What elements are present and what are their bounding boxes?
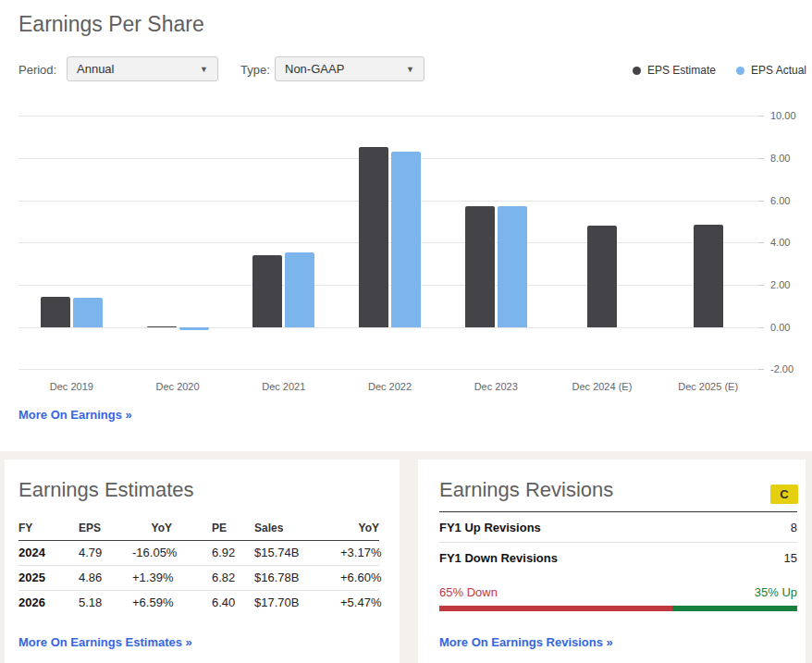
chevron-down-icon: ▼ bbox=[200, 65, 208, 74]
eps-cell: 5.18 bbox=[79, 590, 132, 615]
y-axis-tick bbox=[758, 327, 764, 328]
bar-eps-estimate-dec-2024-e- bbox=[587, 226, 617, 326]
col-header-pe: PE bbox=[172, 517, 254, 540]
up-segment bbox=[672, 606, 797, 611]
col-header-eps: EPS bbox=[79, 517, 132, 540]
legend-label: EPS Actual bbox=[751, 64, 806, 77]
more-on-earnings-estimates-link[interactable]: More On Earnings Estimates » bbox=[18, 635, 192, 649]
y-axis-tick bbox=[758, 369, 764, 370]
down-pct-label: 65% Down bbox=[439, 585, 498, 599]
down-segment bbox=[439, 606, 672, 611]
sales-cell: $16.78B bbox=[254, 565, 340, 590]
earnings-dashboard: Earnings Per Share Period: Annual ▼ Type… bbox=[0, 0, 812, 663]
bar-eps-estimate-dec-2022 bbox=[359, 147, 388, 326]
legend-label: EPS Estimate bbox=[647, 64, 716, 77]
legend-item-actual[interactable]: EPS Actual bbox=[736, 64, 806, 77]
earnings-estimates-card: Earnings Estimates FY EPS YoY PE Sales Y… bbox=[5, 460, 400, 663]
x-axis-label: Dec 2025 (E) bbox=[662, 381, 755, 392]
up-revisions-value: 8 bbox=[791, 521, 797, 534]
eps-cell: 4.79 bbox=[79, 540, 132, 565]
bar-eps-actual-dec-2023 bbox=[498, 206, 527, 326]
estimate-dot-icon bbox=[633, 67, 641, 75]
sales-yoy-cell: +3.17% bbox=[340, 540, 379, 565]
chart-legend: EPS Estimate EPS Actual bbox=[633, 64, 806, 77]
y-axis-label: 8.00 bbox=[770, 153, 811, 164]
revisions-pct-labels: 65% Down 35% Up bbox=[439, 585, 797, 599]
y-axis-tick bbox=[758, 242, 764, 243]
gridline bbox=[18, 242, 758, 243]
bar-eps-estimate-dec-2020 bbox=[147, 326, 177, 327]
sales-yoy-cell: +5.47% bbox=[340, 590, 379, 615]
more-on-earnings-revisions-link[interactable]: More On Earnings Revisions » bbox=[439, 635, 613, 649]
col-header-sales: Sales bbox=[254, 517, 340, 540]
y-axis-label: 0.00 bbox=[770, 322, 811, 333]
table-row: 2026 5.18 +6.59% 6.40 $17.70B +5.47% bbox=[18, 590, 379, 615]
period-select[interactable]: Annual ▼ bbox=[67, 56, 218, 81]
y-axis-tick bbox=[758, 158, 764, 159]
type-select[interactable]: Non-GAAP ▼ bbox=[275, 56, 424, 81]
period-select-value: Annual bbox=[77, 62, 114, 76]
gridline bbox=[18, 369, 758, 370]
y-axis-tick bbox=[758, 201, 764, 202]
y-axis-tick bbox=[758, 116, 764, 117]
table-row: 2025 4.86 +1.39% 6.82 $16.78B +6.60% bbox=[18, 565, 379, 590]
x-axis-label: Dec 2021 bbox=[238, 381, 330, 392]
down-revisions-label: FY1 Down Revisions bbox=[439, 551, 558, 565]
y-axis-label: -2.00 bbox=[770, 363, 811, 374]
bar-eps-actual-dec-2019 bbox=[73, 298, 103, 327]
x-axis-label: Dec 2020 bbox=[131, 381, 224, 392]
period-label: Period: bbox=[18, 63, 56, 77]
up-pct-label: 35% Up bbox=[755, 585, 797, 599]
y-axis-label: 4.00 bbox=[770, 237, 811, 248]
earnings-revisions-card: Earnings Revisions C FY1 Up Revisions 8 … bbox=[418, 460, 806, 663]
bar-eps-estimate-dec-2019 bbox=[41, 297, 70, 327]
col-header-sales-yoy: YoY bbox=[340, 517, 379, 540]
actual-dot-icon bbox=[736, 67, 744, 75]
gridline bbox=[18, 201, 758, 202]
sales-cell: $17.70B bbox=[254, 590, 340, 615]
pe-cell: 6.82 bbox=[172, 565, 254, 590]
sales-cell: $15.74B bbox=[254, 540, 340, 565]
bar-eps-estimate-dec-2025-e- bbox=[694, 225, 723, 327]
y-axis-tick bbox=[758, 285, 764, 286]
yoy-cell: +1.39% bbox=[132, 565, 172, 590]
revisions-ratio-bar bbox=[439, 606, 797, 611]
fy-cell: 2025 bbox=[18, 565, 79, 590]
y-axis-label: 2.00 bbox=[770, 279, 811, 290]
earnings-estimates-table: FY EPS YoY PE Sales YoY 2024 4.79 -16.05… bbox=[18, 517, 379, 615]
legend-item-estimate[interactable]: EPS Estimate bbox=[633, 64, 716, 77]
fy-cell: 2024 bbox=[18, 540, 79, 565]
up-revisions-label: FY1 Up Revisions bbox=[439, 521, 541, 534]
eps-bar-chart: 10.008.006.004.002.000.00-2.00Dec 2019De… bbox=[0, 102, 812, 398]
yoy-cell: -16.05% bbox=[132, 540, 172, 565]
type-select-value: Non-GAAP bbox=[285, 62, 344, 76]
eps-cell: 4.86 bbox=[79, 565, 132, 590]
revisions-rows: FY1 Up Revisions 8 FY1 Down Revisions 15 bbox=[439, 511, 797, 572]
x-axis-label: Dec 2023 bbox=[449, 381, 542, 392]
gridline bbox=[18, 158, 758, 159]
bar-eps-estimate-dec-2021 bbox=[252, 255, 282, 327]
x-axis-label: Dec 2024 (E) bbox=[556, 381, 648, 392]
sales-yoy-cell: +6.60% bbox=[340, 565, 379, 590]
bar-eps-actual-dec-2021 bbox=[285, 252, 314, 327]
x-axis-label: Dec 2019 bbox=[25, 381, 117, 392]
col-header-yoy: YoY bbox=[132, 517, 172, 540]
bar-eps-actual-dec-2022 bbox=[391, 152, 421, 326]
page-title: Earnings Per Share bbox=[18, 12, 204, 37]
gridline bbox=[18, 285, 758, 286]
y-axis-label: 6.00 bbox=[770, 195, 811, 206]
type-label: Type: bbox=[240, 63, 270, 77]
down-revisions-value: 15 bbox=[784, 551, 797, 565]
col-header-fy: FY bbox=[18, 517, 79, 540]
table-header-row: FY EPS YoY PE Sales YoY bbox=[18, 517, 379, 540]
grade-badge[interactable]: C bbox=[770, 485, 798, 504]
estimates-title: Earnings Estimates bbox=[18, 478, 194, 502]
more-on-earnings-link[interactable]: More On Earnings » bbox=[18, 408, 132, 422]
y-axis-label: 10.00 bbox=[770, 110, 811, 121]
bar-eps-estimate-dec-2023 bbox=[465, 206, 495, 326]
pe-cell: 6.92 bbox=[172, 540, 254, 565]
bar-eps-actual-dec-2020 bbox=[179, 327, 209, 330]
fy-cell: 2026 bbox=[18, 590, 79, 615]
gridline bbox=[18, 327, 758, 328]
chevron-down-icon: ▼ bbox=[406, 65, 414, 74]
